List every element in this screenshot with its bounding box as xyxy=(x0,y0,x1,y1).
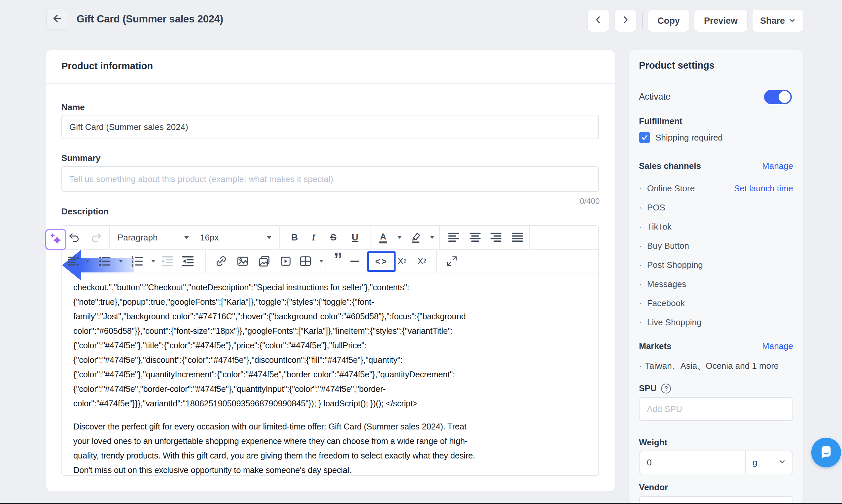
editor-toolbar-row-1: Paragraph 16px B I S U A xyxy=(62,226,598,250)
chevron-down-icon[interactable] xyxy=(119,250,123,273)
code-line: {"note":true},"popup":true,"googleFonts"… xyxy=(73,294,587,309)
page-title: Gift Card (Summer sales 2024) xyxy=(76,13,223,25)
weight-input-group: g xyxy=(639,451,793,474)
weight-label: Weight xyxy=(639,437,667,448)
chevron-left-icon xyxy=(594,16,603,26)
preview-button[interactable]: Preview xyxy=(694,10,747,32)
share-button[interactable]: Share xyxy=(753,10,803,32)
numbered-list-icon[interactable]: 1 2 3 xyxy=(131,250,143,273)
highlight-pen-icon[interactable] xyxy=(410,226,422,249)
align-center-icon[interactable] xyxy=(469,226,481,249)
blockquote-icon[interactable]: ” xyxy=(334,248,342,271)
summary-input[interactable] xyxy=(62,166,599,192)
code-view-button-highlighted[interactable]: <> xyxy=(367,251,396,272)
italic-icon[interactable]: I xyxy=(312,226,315,249)
product-information-title: Product information xyxy=(62,61,153,72)
superscript-icon[interactable]: X2 xyxy=(398,250,407,273)
indent-icon[interactable] xyxy=(161,250,174,273)
sales-channel-facebook: ·Facebook xyxy=(639,298,793,309)
markets-value-row: · Taiwan、Asia、Ocenia and 1 more xyxy=(639,360,793,372)
ai-assistant-button[interactable] xyxy=(45,229,66,250)
name-label: Name xyxy=(62,102,85,112)
previous-product-button[interactable] xyxy=(588,10,609,32)
gallery-icon[interactable] xyxy=(258,250,271,273)
horizontal-rule-icon[interactable] xyxy=(350,250,359,273)
fullscreen-icon[interactable] xyxy=(445,250,458,273)
image-icon[interactable] xyxy=(237,250,249,273)
header-divider xyxy=(642,13,643,29)
activate-toggle[interactable] xyxy=(764,90,792,104)
shipping-required-label: Shipping required xyxy=(655,132,723,143)
bold-icon[interactable]: B xyxy=(291,226,298,249)
code-line: {"color":"#474f5e"},"quantityIncrement":… xyxy=(73,367,587,382)
paragraph-line: your loved ones to an unforgettable shop… xyxy=(73,434,587,448)
svg-text:2: 2 xyxy=(132,259,133,263)
fulfillment-label: Fulfillment xyxy=(639,116,682,126)
description-label: Description xyxy=(62,206,109,217)
chat-bubble-icon xyxy=(818,444,835,462)
copy-button[interactable]: Copy xyxy=(648,10,689,32)
back-button[interactable] xyxy=(46,8,67,30)
undo-icon[interactable] xyxy=(68,226,81,249)
chevron-down-icon[interactable] xyxy=(398,226,401,249)
table-icon[interactable] xyxy=(299,250,312,273)
svg-text:3: 3 xyxy=(132,264,133,268)
sales-channels-manage-link[interactable]: Manage xyxy=(762,161,793,171)
weight-value-input[interactable] xyxy=(640,451,745,474)
set-launch-time-link[interactable]: Set launch time xyxy=(734,183,793,194)
spu-input[interactable] xyxy=(639,397,793,421)
editor-toolbar-row-2: 1 2 3 xyxy=(62,250,598,273)
product-information-card: Product information Name Summary 0/400 D… xyxy=(46,50,615,491)
chevron-down-icon xyxy=(789,16,795,26)
chevron-down-icon[interactable] xyxy=(430,226,434,249)
video-icon[interactable] xyxy=(279,250,292,273)
card-divider xyxy=(46,83,615,84)
weight-unit-select[interactable]: g xyxy=(746,457,792,468)
chat-widget-button[interactable] xyxy=(811,438,841,467)
description-content[interactable]: checkout.","button":"Checkout","noteDesc… xyxy=(62,273,598,475)
bullet-list-icon[interactable] xyxy=(98,250,111,273)
sales-channel-buy-button: ·Buy Button xyxy=(639,240,793,251)
align-justify-icon[interactable] xyxy=(512,226,523,249)
align-left-icon[interactable] xyxy=(448,226,460,249)
sales-channel-online-store: · Online Store Set launch time xyxy=(639,183,793,194)
align-right-icon[interactable] xyxy=(490,226,502,249)
subscript-icon[interactable]: X2 xyxy=(417,250,426,273)
chevron-down-icon[interactable] xyxy=(319,250,323,273)
sales-channel-messages: ·Messages xyxy=(639,278,793,290)
spu-label: SPU xyxy=(639,383,656,394)
question-help-icon[interactable]: ? xyxy=(661,384,671,394)
sales-channel-live-shopping: ·Live Shopping xyxy=(639,317,793,328)
font-size-dropdown[interactable]: 16px xyxy=(200,226,276,249)
strikethrough-icon[interactable]: S xyxy=(330,226,337,249)
code-line: family":"Jost","background-color":"#7471… xyxy=(73,309,587,324)
next-product-button[interactable] xyxy=(615,10,636,32)
code-line: {"color":"#474f5e"},"title":{"color":"#4… xyxy=(73,338,587,353)
line-height-icon[interactable] xyxy=(67,250,80,273)
description-editor: Paragraph 16px B I S U A xyxy=(62,225,599,476)
code-line: {"color":"#474f5e","border-color":"#474f… xyxy=(73,382,587,396)
chevron-down-icon[interactable] xyxy=(151,250,155,273)
sales-channel-post-shopping: ·Post Shopping xyxy=(639,259,793,270)
product-settings-card: Product settings Activate Fulfillment Sh… xyxy=(629,50,803,504)
paragraph-style-dropdown[interactable]: Paragraph xyxy=(118,226,193,249)
code-line: color":"#474f5e"}}},"variantId":"1806251… xyxy=(73,396,587,411)
paragraph-line: Don't miss out on this exclusive opportu… xyxy=(73,463,587,475)
markets-manage-link[interactable]: Manage xyxy=(762,341,793,351)
summary-char-counter: 0/400 xyxy=(580,197,600,206)
window-bottom-edge xyxy=(0,503,842,504)
name-input[interactable] xyxy=(62,115,599,139)
paragraph-line: quality, trendy products. With this gift… xyxy=(73,448,587,463)
activate-label: Activate xyxy=(639,92,671,102)
redo-icon[interactable] xyxy=(90,226,102,249)
markets-value: Taiwan、Asia、Ocenia and 1 more xyxy=(645,360,779,372)
markets-label: Markets xyxy=(639,341,671,351)
underline-icon[interactable]: U xyxy=(352,226,358,249)
arrow-left-icon xyxy=(51,13,63,26)
chevron-down-icon[interactable] xyxy=(86,250,89,273)
chevron-right-icon xyxy=(621,16,630,26)
font-color-icon[interactable]: A xyxy=(379,226,387,249)
link-icon[interactable] xyxy=(215,250,227,273)
outdent-icon[interactable] xyxy=(182,250,194,273)
shipping-required-checkbox[interactable] xyxy=(639,132,650,143)
